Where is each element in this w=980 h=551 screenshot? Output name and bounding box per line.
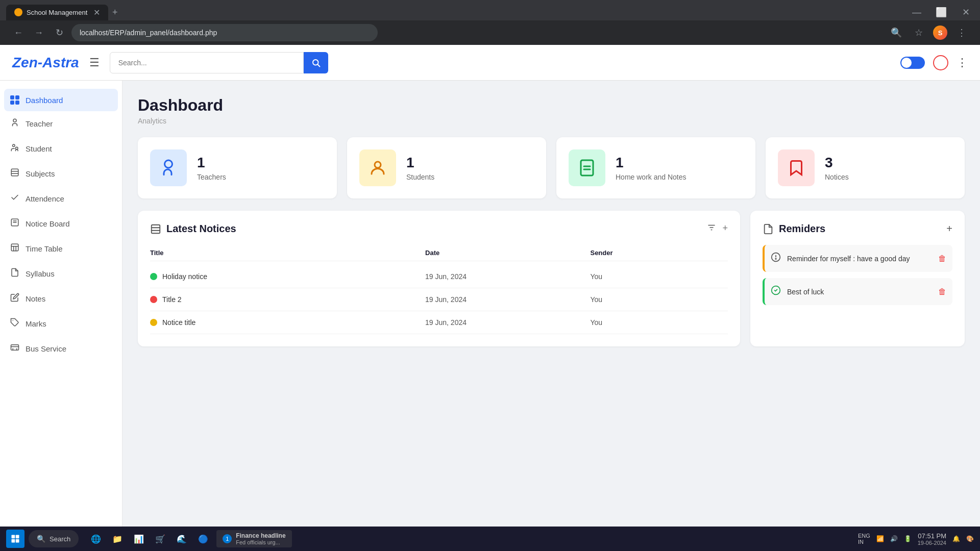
students-label: Students (406, 173, 434, 181)
svg-point-21 (375, 162, 381, 168)
sidebar-item-syllabus[interactable]: Syllabus (0, 261, 122, 286)
students-icon-box (359, 149, 396, 186)
sidebar-item-time-table[interactable]: Time Table (0, 236, 122, 261)
browser-tab[interactable]: School Management ✕ (6, 5, 108, 20)
sidebar-label-notes: Notes (26, 294, 45, 303)
notices-card: Latest Notices + Title Date Sender (138, 211, 740, 346)
hamburger-menu[interactable]: ☰ (89, 56, 100, 69)
svg-point-3 (13, 144, 15, 147)
taskbar-app-edge[interactable]: 🌊 (173, 530, 191, 548)
notice-date: 19 Jun, 2024 (425, 272, 590, 281)
maximize-button[interactable]: ⬜ (933, 4, 949, 20)
svg-rect-38 (16, 539, 19, 543)
forward-button[interactable]: → (31, 24, 47, 41)
taskbar-app-widget[interactable]: 🌐 (87, 530, 105, 548)
news-ticker[interactable]: 1 Finance headline Fed officials urg... (216, 530, 291, 547)
app-logo: Zen-Astra (12, 55, 79, 71)
search-browser-icon[interactable]: 🔍 (888, 24, 904, 41)
notice-title: Notice title (162, 318, 195, 327)
reminder-delete-button[interactable]: 🗑 (938, 287, 946, 296)
more-options-button[interactable]: ⋮ (957, 56, 968, 69)
browser-chrome: School Management ✕ + — ⬜ ✕ ← → ↻ 🔍 ☆ S … (0, 0, 980, 45)
sidebar-item-student[interactable]: Student (0, 136, 122, 161)
bottom-section: Latest Notices + Title Date Sender (138, 211, 965, 346)
taskbar-app-teams[interactable]: 📊 (130, 530, 148, 548)
taskbar-app-files[interactable]: 📁 (108, 530, 127, 548)
dashboard-icon (10, 95, 19, 105)
sidebar-item-bus-service[interactable]: Bus Service (0, 336, 122, 361)
add-notice-button[interactable]: + (722, 223, 728, 235)
svg-point-33 (775, 259, 776, 260)
filter-button[interactable] (707, 223, 716, 235)
taskbar-volume-icon: 🔊 (890, 535, 898, 542)
taskbar-lang: ENGIN (858, 533, 870, 545)
sidebar-label-dashboard: Dashboard (26, 96, 63, 105)
search-input[interactable] (110, 52, 304, 73)
notice-title: Title 2 (162, 295, 182, 304)
start-button[interactable] (6, 530, 24, 548)
news-count: 1 (223, 534, 232, 543)
new-tab-button[interactable]: + (112, 7, 118, 18)
homework-label: Home work and Notes (616, 173, 687, 181)
sidebar-item-marks[interactable]: Marks (0, 311, 122, 336)
sidebar-label-subjects: Subjects (26, 169, 55, 178)
reminder-check-icon (771, 285, 781, 298)
stat-card-teachers[interactable]: 1 Teachers (138, 137, 337, 198)
notice-sender: You (590, 272, 728, 281)
close-button[interactable]: ✕ (958, 4, 974, 20)
add-reminder-button[interactable]: + (946, 223, 952, 235)
reminders-header-icon (763, 223, 774, 235)
tab-close-button[interactable]: ✕ (93, 8, 100, 17)
col-sender: Sender (590, 249, 728, 257)
sidebar-label-time-table: Time Table (26, 244, 63, 253)
notices-card-actions: + (707, 223, 728, 235)
taskbar-wifi-icon: 📶 (876, 535, 884, 542)
back-button[interactable]: ← (10, 24, 27, 41)
menu-icon[interactable]: ⋮ (953, 24, 970, 41)
table-row[interactable]: Holiday notice 19 Jun, 2024 You (150, 265, 728, 288)
notices-icon-box (778, 149, 815, 186)
teachers-label: Teachers (197, 173, 226, 181)
minimize-button[interactable]: — (909, 4, 925, 20)
taskbar-color-icon[interactable]: 🎨 (966, 535, 974, 542)
sidebar-item-teacher[interactable]: Teacher (0, 111, 122, 136)
search-button[interactable] (304, 52, 328, 73)
table-row[interactable]: Notice title 19 Jun, 2024 You (150, 311, 728, 334)
address-bar[interactable] (71, 24, 378, 41)
svg-rect-16 (11, 345, 19, 350)
table-row[interactable]: Title 2 19 Jun, 2024 You (150, 288, 728, 311)
taskbar-search[interactable]: 🔍 Search (29, 530, 79, 547)
search-container (110, 52, 328, 73)
student-icon (10, 143, 19, 155)
sidebar-item-notice-board[interactable]: Notice Board (0, 211, 122, 236)
taskbar-notification-icon[interactable]: 🔔 (952, 535, 960, 542)
stat-card-students[interactable]: 1 Students (347, 137, 546, 198)
bookmark-icon[interactable]: ☆ (911, 24, 927, 41)
sidebar-item-subjects[interactable]: Subjects (0, 161, 122, 186)
notice-title-cell: Notice title (150, 318, 425, 327)
profile-avatar[interactable]: S (933, 26, 947, 40)
theme-toggle[interactable] (900, 57, 925, 69)
reload-button[interactable]: ↻ (51, 24, 67, 41)
taskbar-app-chrome[interactable]: 🔵 (194, 530, 212, 548)
notice-date: 19 Jun, 2024 (425, 295, 590, 304)
reminders-card-title: Remiders (779, 223, 825, 235)
main-content: Dashboard Analytics 1 Teachers 1 Stud (122, 81, 980, 551)
list-item[interactable]: Reminder for myself : have a good day 🗑 (763, 245, 952, 272)
reminder-delete-button[interactable]: 🗑 (938, 254, 946, 263)
notification-circle[interactable] (933, 55, 948, 70)
sidebar-item-dashboard[interactable]: Dashboard (4, 89, 118, 111)
taskbar-app-store[interactable]: 🛒 (151, 530, 169, 548)
sidebar-item-attendence[interactable]: Attendence (0, 186, 122, 211)
taskbar-clock[interactable]: 07:51 PM 19-06-2024 (918, 532, 946, 546)
notice-board-icon (10, 218, 19, 230)
teachers-icon-box (150, 149, 187, 186)
sidebar-item-notes[interactable]: Notes (0, 286, 122, 311)
svg-point-0 (313, 60, 318, 65)
stat-card-homework[interactable]: 1 Home work and Notes (556, 137, 755, 198)
svg-point-20 (165, 160, 173, 168)
svg-rect-11 (11, 244, 18, 251)
page-subtitle: Analytics (138, 117, 965, 125)
list-item[interactable]: Best of luck 🗑 (763, 278, 952, 305)
stat-card-notices[interactable]: 3 Notices (766, 137, 965, 198)
